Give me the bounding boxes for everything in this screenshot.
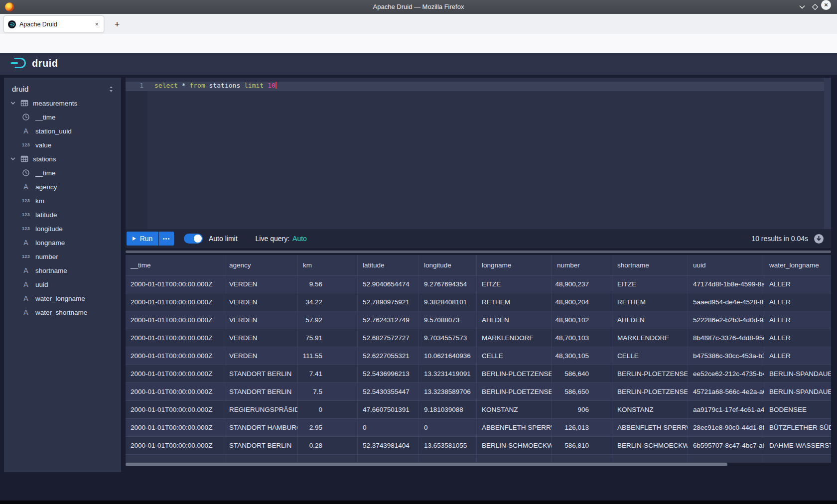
cell-longitude[interactable]: 9.2767694354 [419, 275, 477, 293]
run-more-button[interactable]: ••• [159, 232, 174, 246]
cell-latitude[interactable]: 52.7890975921 [358, 293, 419, 311]
cell-water_longname[interactable]: ALLER [764, 293, 831, 311]
editor-code-line[interactable]: select * from stations limit 10 [154, 82, 277, 91]
results-horizontal-scrollbar[interactable] [126, 463, 727, 466]
cell-agency[interactable]: REGIERUNGSPRÄSIDIUM [224, 401, 298, 418]
cell-shortname[interactable]: MARKLENDORF [612, 329, 688, 347]
chevron-down-icon[interactable] [10, 100, 17, 106]
results-top-scrollbar[interactable] [126, 251, 831, 253]
tree-column-value[interactable]: 123value [4, 138, 121, 152]
tree-column-uuid[interactable]: Auuid [4, 277, 121, 291]
tree-column-water_longname[interactable]: Awater_longname [4, 291, 121, 305]
cell-__time[interactable]: 2000-01-01T00:00:00.000Z [126, 365, 224, 382]
cell-uuid[interactable]: 6b595707-8c47-4bc7-a8 [688, 437, 764, 454]
cell-number[interactable]: 586,640 [552, 365, 612, 382]
cell-latitude[interactable]: 0 [358, 419, 419, 436]
cell-agency[interactable]: STANDORT BERLIN [224, 365, 298, 382]
cell-water_longname[interactable]: ALLER [764, 347, 831, 365]
cell-agency[interactable]: STANDORT HAMBURG [224, 419, 298, 436]
schema-selector[interactable]: druid [4, 78, 121, 96]
cell-shortname[interactable]: AHLDEN [612, 311, 688, 329]
cell-shortname[interactable]: RETHEM [612, 293, 688, 311]
cell-__time[interactable]: 2000-01-01T00:00:00.000Z [126, 419, 224, 436]
cell-longitude[interactable]: 13.3231419091 [419, 365, 477, 382]
cell-km[interactable]: 2.95 [298, 419, 358, 436]
cell-km[interactable]: 111.55 [298, 347, 358, 365]
tree-column-number[interactable]: 123number [4, 250, 121, 263]
cell-latitude[interactable]: 47.6607501391 [358, 401, 419, 418]
editor-scrollbar-track[interactable] [824, 78, 831, 229]
cell-number[interactable]: 586,650 [552, 383, 612, 400]
cell-shortname[interactable]: BERLIN-PLOETZENSEE OW [612, 365, 688, 382]
cell-longname[interactable]: BERLIN-SCHMOECKWITZ [477, 437, 552, 454]
cell-__time[interactable]: 2000-01-01T00:00:00.000Z [126, 329, 224, 347]
tree-column-km[interactable]: 123km [4, 194, 121, 208]
cell-agency[interactable]: VERDEN [224, 311, 298, 329]
cell-longitude[interactable]: 9.7034557573 [419, 329, 477, 347]
cell-water_longname[interactable]: BERLIN-SPANDAUER-SCH [764, 365, 831, 382]
cell-__time[interactable]: 2000-01-01T00:00:00.000Z [126, 293, 224, 311]
cell-km[interactable]: 34.22 [298, 293, 358, 311]
tree-column-__time[interactable]: __time [4, 110, 121, 124]
double-caret-icon[interactable] [108, 86, 114, 93]
cell-uuid[interactable]: 5aaed954-de4e-4528-8f [688, 293, 764, 311]
cell-uuid[interactable]: 28ec91e8-90c0-44d1-8f0 [688, 419, 764, 436]
tree-column-water_shortname[interactable]: Awater_shortname [4, 305, 121, 319]
cell-water_longname[interactable]: ALLER [764, 311, 831, 329]
run-button[interactable]: Run [127, 232, 158, 246]
cell-longitude[interactable]: 13.3238589706 [419, 383, 477, 400]
cell-water_longname[interactable]: DAHME-WASSERSTRASSE [764, 437, 831, 454]
cell-latitude[interactable]: 52.5430355447 [358, 383, 419, 400]
cell-km[interactable]: 7.41 [298, 365, 358, 382]
cell-km[interactable]: 0 [298, 401, 358, 418]
cell-latitude[interactable]: 52.5436996213 [358, 365, 419, 382]
new-tab-button[interactable]: + [111, 18, 124, 31]
cell-number[interactable]: 906 [552, 401, 612, 418]
cell-longname[interactable]: BERLIN-PLOETZENSEE OW [477, 365, 552, 382]
cell-uuid[interactable]: b475386c-30cc-453a-b3 [688, 347, 764, 365]
cell-uuid[interactable]: 522286e2-b2b3-4d0d-9a [688, 311, 764, 329]
cell-number[interactable]: 586,810 [552, 437, 612, 454]
download-results-icon[interactable] [814, 234, 824, 244]
cell-agency[interactable]: STANDORT BERLIN [224, 437, 298, 454]
cell-latitude[interactable]: 52.9040654474 [358, 275, 419, 293]
cell-latitude[interactable]: 52.6227055321 [358, 347, 419, 365]
column-header-water_longname[interactable]: water_longname [764, 255, 831, 275]
column-header-number[interactable]: number [552, 255, 612, 275]
column-header-longitude[interactable]: longitude [419, 255, 477, 275]
cell-uuid[interactable]: 47174d8f-1b8e-4599-8a [688, 275, 764, 293]
cell-longitude[interactable]: 9.57088073 [419, 311, 477, 329]
cell-agency[interactable]: VERDEN [224, 293, 298, 311]
cell-longname[interactable]: KONSTANZ [477, 401, 552, 418]
cell-number[interactable]: 48,900,102 [552, 311, 612, 329]
cell-longitude[interactable]: 9.181039088 [419, 401, 477, 418]
cell-number[interactable]: 48,900,204 [552, 293, 612, 311]
cell-longname[interactable]: MARKLENDORF [477, 329, 552, 347]
tree-column-longname[interactable]: Alongname [4, 236, 121, 250]
cell-number[interactable]: 48,900,237 [552, 275, 612, 293]
query-editor[interactable]: 1 select * from stations limit 10 [126, 78, 831, 229]
tree-column-__time[interactable]: __time [4, 166, 121, 180]
live-query-value[interactable]: Auto [292, 235, 307, 243]
window-close-icon[interactable]: × [821, 0, 831, 10]
column-header-longname[interactable]: longname [477, 255, 552, 275]
tree-column-agency[interactable]: Aagency [4, 180, 121, 194]
cell-number[interactable]: 48,700,103 [552, 329, 612, 347]
tab-close-icon[interactable]: × [94, 20, 100, 28]
window-shade-icon[interactable] [797, 2, 807, 12]
cell-agency[interactable]: VERDEN [224, 275, 298, 293]
chevron-down-icon[interactable] [10, 156, 17, 162]
cell-__time[interactable]: 2000-01-01T00:00:00.000Z [126, 311, 224, 329]
browser-tab[interactable]: Apache Druid × [4, 16, 104, 32]
cell-water_longname[interactable]: BODENSEE [764, 401, 831, 418]
cell-water_longname[interactable]: BÜTZFLETHER SÜDERELBE [764, 419, 831, 436]
column-header-__time[interactable]: __time [126, 255, 224, 275]
cell-number[interactable]: 48,300,105 [552, 347, 612, 365]
cell-km[interactable]: 75.91 [298, 329, 358, 347]
cell-latitude[interactable]: 52.7624312749 [358, 311, 419, 329]
cell-water_longname[interactable]: BERLIN-SPANDAUER-SCH [764, 383, 831, 400]
druid-logo[interactable]: druid [10, 57, 58, 70]
cell-agency[interactable]: STANDORT BERLIN [224, 383, 298, 400]
cell-longname[interactable]: CELLE [477, 347, 552, 365]
cell-longname[interactable]: BERLIN-PLOETZENSEE UW [477, 383, 552, 400]
